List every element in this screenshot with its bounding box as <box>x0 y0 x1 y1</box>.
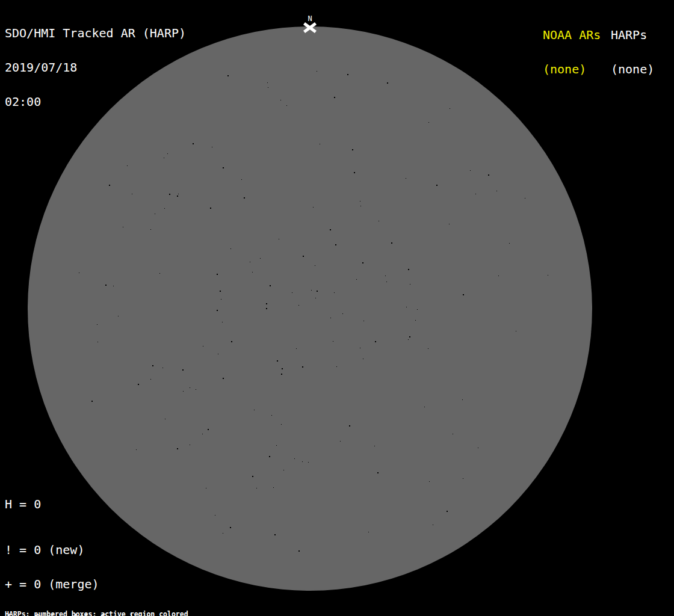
magnetogram-speckle <box>206 488 206 488</box>
magnetogram-speckle <box>281 374 282 375</box>
magnetogram-speckle <box>109 185 110 186</box>
harps-label: HARPs <box>611 29 654 41</box>
magnetogram-speckle <box>354 172 355 173</box>
magnetogram-speckle <box>208 429 209 430</box>
magnetogram-speckle <box>252 476 253 477</box>
magnetogram-speckle <box>244 197 245 199</box>
magnetogram-speckle <box>349 425 350 427</box>
magnetogram-speckle <box>415 320 416 321</box>
magnetogram-speckle <box>286 105 287 106</box>
magnetogram-speckle <box>340 441 341 442</box>
magnetogram-speckle <box>352 149 353 150</box>
magnetogram-speckle <box>360 348 360 348</box>
magnetogram-speckle <box>379 221 379 221</box>
magnetogram-speckle <box>374 446 375 446</box>
noaa-ars-status: NOAA ARs (none) <box>543 7 601 98</box>
magnetogram-speckle <box>313 207 314 208</box>
magnetogram-speckle <box>221 299 221 300</box>
magnetogram-speckle <box>330 318 331 318</box>
title-block: SDO/HMI Tracked AR (HARP) 2019/07/18 02:… <box>5 5 186 131</box>
magnetogram-speckle <box>436 185 437 186</box>
magnetogram-speckle <box>488 174 489 176</box>
magnetogram-speckle <box>315 298 316 298</box>
north-marker-x-icon <box>303 22 317 33</box>
noaa-ars-value: (none) <box>543 64 601 75</box>
magnetogram-speckle <box>516 331 516 331</box>
magnetogram-speckle <box>223 167 224 168</box>
magnetogram-speckle <box>155 214 155 214</box>
magnetogram-speckle <box>164 158 164 158</box>
magnetogram-speckle <box>424 407 425 407</box>
magnetogram-speckle <box>417 309 418 310</box>
magnetogram-speckle <box>408 269 409 270</box>
magnetogram-speckle <box>347 74 348 75</box>
magnetogram-speckle <box>377 472 379 473</box>
magnetogram-speckle <box>360 206 361 206</box>
magnetogram-speckle <box>342 313 343 314</box>
magnetogram-speckle <box>433 525 433 525</box>
magnetogram-speckle <box>217 274 218 275</box>
magnetogram-speckle <box>280 100 281 100</box>
magnetogram-speckle <box>105 285 107 286</box>
magnetogram-speckle <box>162 368 163 368</box>
magnetogram-speckle <box>386 282 387 282</box>
magnetogram-speckle <box>220 291 221 292</box>
magnetogram-speckle <box>548 275 548 276</box>
magnetogram-speckle <box>227 75 229 76</box>
magnetogram-speckle <box>410 284 410 285</box>
magnetogram-speckle <box>333 341 333 342</box>
caption-harps: HARPs: numbered boxes; active region col… <box>5 611 247 616</box>
magnetogram-speckle <box>193 143 194 144</box>
magnetogram-speckle <box>311 290 312 291</box>
magnetogram-speckle <box>267 82 268 83</box>
harps-value: (none) <box>611 64 654 75</box>
magnetogram-speckle <box>302 366 303 368</box>
magnetogram-speckle <box>177 196 178 197</box>
magnetogram-speckle <box>97 324 97 325</box>
magnetogram-speckle <box>308 462 309 463</box>
magnetogram-speckle <box>203 346 203 346</box>
magnetogram-speckle <box>159 273 160 274</box>
magnetogram-speckle <box>164 208 165 209</box>
magnetogram-speckle <box>256 488 257 488</box>
magnetogram-speckle <box>196 389 196 390</box>
magnetogram-speckle <box>320 144 320 144</box>
magnetogram-speckle <box>292 292 292 293</box>
magnetogram-speckle <box>336 366 337 367</box>
magnetogram-speckle <box>409 336 410 337</box>
magnetogram-speckle <box>317 291 318 292</box>
magnetogram-speckle <box>138 384 139 385</box>
magnetogram-speckle <box>210 208 211 209</box>
magnetogram-speckle <box>368 532 369 532</box>
magnetogram-speckle <box>269 456 270 457</box>
magnetogram-speckle <box>274 534 276 535</box>
magnetogram-speckle <box>385 276 386 276</box>
magnetogram-speckle <box>282 368 283 369</box>
magnetogram-speckle <box>363 359 363 359</box>
magnetogram-speckle <box>279 239 279 239</box>
magnetogram-speckle <box>408 339 409 340</box>
magnetogram-speckle <box>230 527 231 528</box>
magnetogram-speckle <box>498 276 499 276</box>
magnetogram-speckle <box>273 487 274 488</box>
magnetogram-speckle <box>91 401 93 402</box>
legend-row-merge: + = 0 (merge) <box>5 579 143 590</box>
magnetogram-speckle <box>429 481 430 482</box>
magnetogram-speckle <box>150 229 151 230</box>
magnetogram-speckle <box>113 286 114 286</box>
magnetogram-speckle <box>218 354 218 354</box>
magnetogram-speckle <box>190 445 190 445</box>
magnetogram-speckle <box>470 170 471 171</box>
magnetogram-speckle <box>183 391 184 392</box>
caption-block: HARPs: numbered boxes; active region col… <box>5 596 247 616</box>
magnetogram-speckle <box>525 198 525 199</box>
magnetogram-speckle <box>406 178 406 179</box>
magnetogram-speckle <box>223 378 224 379</box>
magnetogram-speckle <box>362 262 363 263</box>
magnetogram-speckle <box>296 348 297 349</box>
magnetogram-speckle <box>178 194 179 194</box>
magnetogram-speckle <box>118 316 119 316</box>
magnetogram-speckle <box>356 279 357 280</box>
magnetogram-speckle <box>165 419 165 419</box>
magnetogram-speckle <box>463 478 463 479</box>
